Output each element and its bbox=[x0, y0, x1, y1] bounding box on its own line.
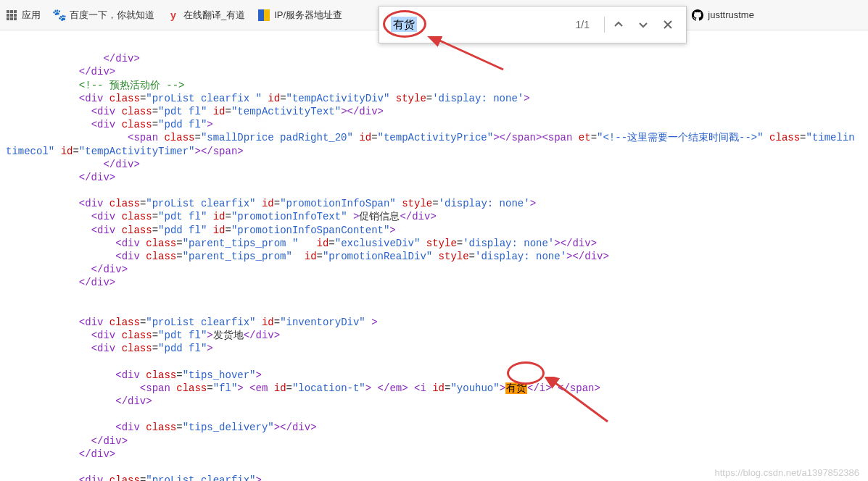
code-line: </div> bbox=[6, 66, 115, 78]
code-line: </div> bbox=[6, 159, 140, 170]
apps-grid-icon bbox=[6, 9, 17, 21]
bookmark-label: justtrustme bbox=[708, 9, 754, 20]
chevron-up-icon bbox=[613, 20, 624, 30]
paw-icon: 🐾 bbox=[54, 9, 65, 21]
apps-button[interactable]: 应用 bbox=[6, 9, 41, 22]
code-line: </div> bbox=[6, 53, 140, 64]
find-counter: 1/1 bbox=[576, 19, 590, 30]
bookmark-label: IP/服务器地址查 bbox=[274, 9, 342, 22]
bookmark-ip[interactable]: IP/服务器地址查 bbox=[258, 9, 342, 22]
bookmark-label: 在线翻译_有道 bbox=[183, 9, 245, 22]
bookmark-github[interactable]: justtrustme bbox=[692, 9, 754, 21]
bookmark-youdao[interactable]: y 在线翻译_有道 bbox=[168, 9, 245, 22]
svg-rect-1 bbox=[264, 9, 270, 21]
github-icon bbox=[692, 9, 703, 21]
find-next-button[interactable] bbox=[631, 12, 656, 37]
page-source[interactable]: </div> </div> <!-- 预热活动价 --> <div class=… bbox=[0, 30, 868, 481]
code-line: </div> bbox=[6, 172, 115, 183]
svg-rect-0 bbox=[258, 9, 264, 21]
ip-icon bbox=[258, 9, 270, 21]
code-line: </div> bbox=[6, 264, 128, 275]
bookmark-label: 百度一下，你就知道 bbox=[70, 9, 154, 22]
close-icon bbox=[663, 20, 673, 30]
bookmark-baidu[interactable]: 🐾 百度一下，你就知道 bbox=[54, 9, 154, 22]
watermark: https://blog.csdn.net/a1397852386 bbox=[715, 467, 860, 478]
html-comment: <!-- 预热活动价 --> bbox=[79, 80, 185, 91]
code-line: </div> bbox=[6, 396, 152, 407]
code-line: </div> bbox=[6, 277, 115, 288]
find-previous-button[interactable] bbox=[606, 12, 631, 37]
search-match: 有货 bbox=[505, 382, 527, 394]
divider bbox=[604, 17, 605, 33]
code-line: </div> bbox=[6, 435, 128, 447]
find-in-page-bar: 有货 1/1 bbox=[379, 6, 687, 43]
y-icon: y bbox=[168, 9, 179, 21]
chevron-down-icon bbox=[638, 20, 648, 30]
find-query-text: 有货 bbox=[391, 17, 417, 32]
apps-label: 应用 bbox=[22, 9, 41, 22]
code-line: </div> bbox=[6, 448, 115, 460]
find-close-button[interactable] bbox=[656, 12, 680, 37]
find-input[interactable]: 有货 bbox=[391, 18, 569, 32]
